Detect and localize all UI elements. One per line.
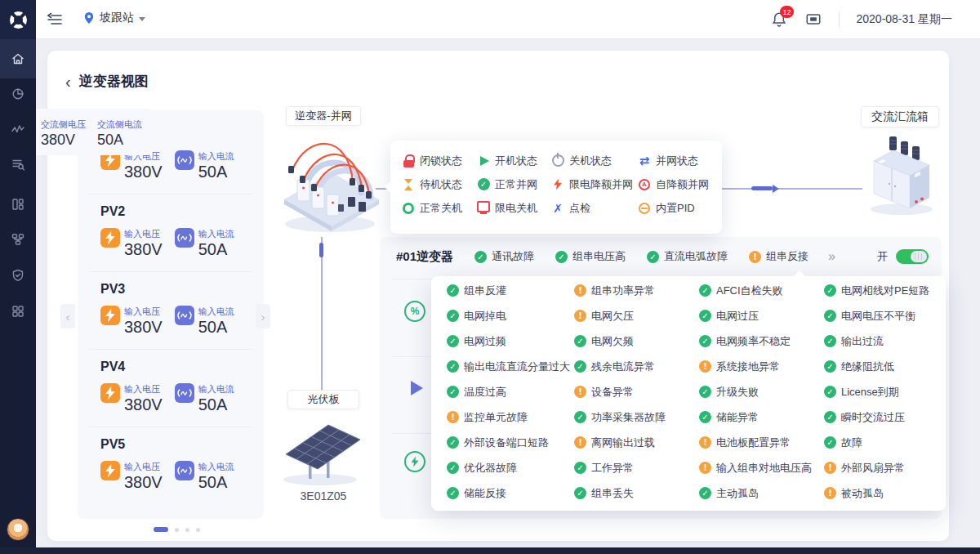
state-icon — [402, 178, 415, 191]
fault-item: 功率采集器故障 — [574, 410, 699, 425]
state-item: 开机状态 — [477, 154, 551, 168]
fault-state-icon — [447, 310, 459, 322]
more-button[interactable]: » — [828, 249, 835, 264]
monitor-icon — [804, 11, 822, 29]
fault-state-icon — [447, 360, 459, 373]
sidebar-item-home[interactable] — [11, 51, 25, 66]
sidebar-collapse-icon[interactable] — [46, 12, 64, 27]
pagination-dot[interactable] — [196, 528, 200, 532]
fault-label: 故障 — [841, 436, 862, 450]
status-chip: 组串电压高 — [555, 249, 626, 264]
carousel-next-button[interactable]: › — [256, 304, 270, 328]
fault-item: 电网过压 — [699, 309, 824, 324]
state-item: 待机状态 — [402, 177, 477, 192]
pagination-dot[interactable] — [185, 528, 189, 532]
fault-item: 电网欠压 — [574, 309, 699, 324]
sidebar-item-topology[interactable] — [11, 232, 25, 247]
pagination-dot[interactable] — [154, 527, 168, 532]
pv-voltage-value: 380V — [124, 318, 163, 337]
user-avatar[interactable] — [7, 518, 29, 541]
fault-label: 升级失败 — [716, 385, 759, 400]
back-button[interactable]: ‹ — [65, 74, 71, 89]
fault-state-icon — [447, 335, 459, 347]
status-icon — [555, 251, 568, 263]
state-label: 限电降额并网 — [569, 177, 633, 192]
fault-item: 优化器故障 — [447, 461, 574, 476]
state-icon — [477, 178, 490, 191]
fault-state-icon — [699, 487, 711, 499]
fault-item: 温度过高 — [447, 385, 574, 400]
state-icon — [477, 202, 490, 215]
fault-state-icon — [574, 411, 586, 423]
pv-current-label: 输入电流 — [198, 229, 234, 239]
carousel-prev-button[interactable]: ‹ — [60, 304, 75, 328]
state-label: 内置PID — [656, 201, 695, 216]
switch-knob — [911, 251, 927, 262]
pv-current-label: 输入电流 — [198, 151, 234, 161]
sidebar-item-activity[interactable] — [11, 122, 25, 136]
fault-label: 电池板配置异常 — [716, 436, 791, 450]
fault-item: 电池板配置异常 — [699, 436, 824, 450]
sidebar-item-apps[interactable] — [11, 304, 25, 319]
fault-label: 优化器故障 — [464, 461, 517, 476]
state-label: 限电关机 — [495, 201, 537, 216]
run-state-icon — [411, 381, 423, 395]
fault-state-icon — [824, 310, 836, 322]
status-chip: 通讯故障 — [474, 249, 534, 264]
pv-voltage-value: 380V — [124, 163, 163, 181]
fault-label: 温度过高 — [464, 385, 506, 400]
voltage-icon — [100, 306, 120, 325]
notifications-button[interactable]: 12 — [770, 11, 788, 29]
state-item: 限电关机 — [477, 201, 551, 216]
station-selector[interactable]: 坡跟站 — [83, 11, 145, 25]
fault-item: License到期 — [824, 385, 946, 400]
state-icon — [638, 202, 651, 215]
current-icon — [175, 461, 194, 480]
pv-name: PV5 — [100, 437, 252, 452]
pv-input-list: PV1 输入电压 380V — [78, 110, 264, 519]
fault-state-icon — [824, 386, 836, 398]
inverter-switch[interactable] — [896, 249, 929, 264]
fault-state-icon — [447, 462, 459, 474]
pv-item: PV3 输入电压 380V — [89, 272, 252, 350]
fault-state-icon — [699, 284, 711, 297]
current-icon — [175, 150, 194, 170]
fault-item: 电网掉电 — [447, 309, 574, 324]
state-icon — [402, 202, 415, 215]
fault-item: 电网过频 — [447, 334, 574, 349]
sidebar-item-security[interactable] — [11, 268, 25, 283]
fault-item: 升级失败 — [699, 385, 824, 400]
fault-state-icon — [574, 386, 586, 398]
pv-current-value: 50A — [198, 318, 234, 337]
fault-label: 监控单元故障 — [464, 410, 528, 425]
screen-button[interactable] — [804, 11, 822, 29]
dc-connection-line — [321, 237, 323, 391]
ac-voltage-value: 380V — [41, 131, 86, 149]
pv-name: PV3 — [100, 282, 252, 297]
fault-state-icon — [699, 436, 711, 449]
sidebar-item-records[interactable] — [11, 157, 25, 172]
app-logo[interactable] — [0, 0, 36, 39]
fault-state-icon — [824, 462, 836, 474]
ac-flow-arrow-icon — [773, 185, 779, 193]
fault-state-icon — [574, 335, 586, 347]
fault-label: 电网频率不稳定 — [716, 334, 791, 349]
sidebar-item-layout[interactable] — [11, 197, 25, 212]
fault-item: 残余电流异常 — [574, 360, 699, 374]
fault-label: 设备异常 — [591, 385, 634, 400]
fault-label: 系统接地异常 — [716, 360, 780, 374]
fault-item: 组串丢失 — [574, 486, 699, 501]
fault-item: 输出电流直流分量过大 — [447, 360, 574, 374]
state-item: 限电降额并网 — [551, 177, 638, 192]
state-icon — [402, 154, 415, 168]
pv-voltage-value: 380V — [124, 240, 163, 259]
pagination-dot[interactable] — [175, 528, 179, 532]
fault-item: 绝缘阻抗低 — [824, 360, 946, 374]
status-icon — [749, 251, 761, 263]
station-name: 坡跟站 — [100, 11, 134, 25]
pv-voltage-label: 输入电压 — [124, 306, 160, 316]
chevron-down-icon — [139, 17, 145, 21]
state-icon — [638, 178, 651, 191]
sidebar-item-analytics[interactable] — [11, 87, 25, 101]
fault-item: 储能异常 — [699, 410, 824, 425]
